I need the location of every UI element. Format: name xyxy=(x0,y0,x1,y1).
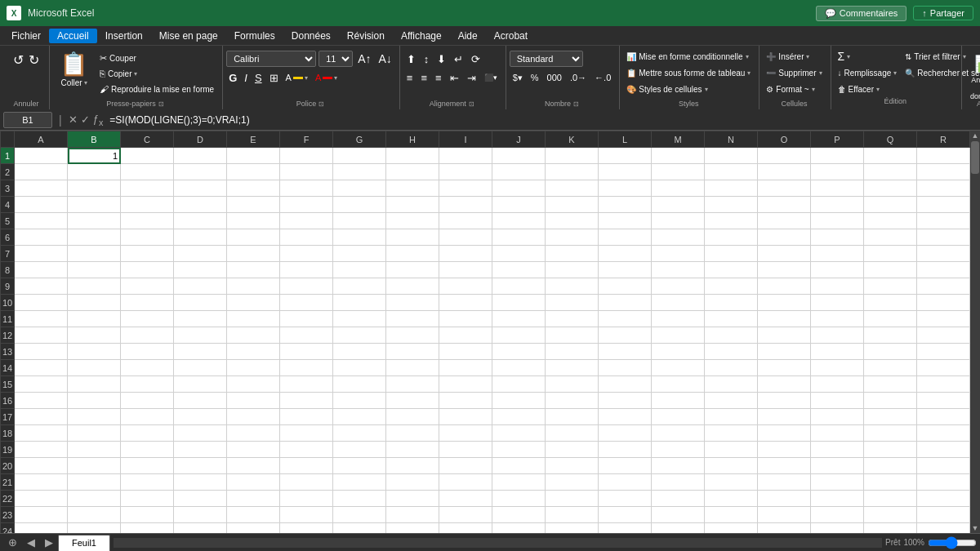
zoom-slider[interactable] xyxy=(928,536,977,549)
row-header-14[interactable]: 14 xyxy=(1,360,15,376)
cell-H5[interactable] xyxy=(386,213,439,229)
number-format-select[interactable]: Standard xyxy=(510,51,583,67)
cell-styles-button[interactable]: 🎨 Styles de cellules ▾ xyxy=(623,82,710,96)
cell-G1[interactable] xyxy=(333,148,386,164)
cell-N3[interactable] xyxy=(705,180,758,197)
cell-F6[interactable] xyxy=(280,229,333,246)
cell-P11[interactable] xyxy=(811,311,864,327)
cell-O2[interactable] xyxy=(758,164,811,180)
cell-C1[interactable] xyxy=(121,148,174,164)
menu-formules[interactable]: Formules xyxy=(226,29,283,43)
cell-O15[interactable] xyxy=(758,376,811,393)
cell-R13[interactable] xyxy=(917,344,970,360)
cell-O8[interactable] xyxy=(758,262,811,278)
cell-B16[interactable] xyxy=(68,393,121,409)
cell-N11[interactable] xyxy=(705,311,758,327)
cell-O14[interactable] xyxy=(758,360,811,376)
cancel-formula-button[interactable]: ✕ xyxy=(69,113,78,126)
cell-M15[interactable] xyxy=(652,376,705,393)
row-header-23[interactable]: 23 xyxy=(1,507,15,523)
cell-C2[interactable] xyxy=(121,164,174,180)
cell-I12[interactable] xyxy=(439,327,492,344)
cell-A17[interactable] xyxy=(15,409,68,425)
cell-F22[interactable] xyxy=(280,491,333,507)
cell-R22[interactable] xyxy=(917,491,970,507)
cell-R3[interactable] xyxy=(917,180,970,197)
cell-D7[interactable] xyxy=(174,246,227,262)
cell-P10[interactable] xyxy=(811,295,864,311)
cell-I7[interactable] xyxy=(439,246,492,262)
cell-J16[interactable] xyxy=(492,393,546,409)
cell-K11[interactable] xyxy=(546,311,599,327)
cell-Q8[interactable] xyxy=(864,262,917,278)
cell-I20[interactable] xyxy=(439,458,492,474)
horizontal-scrollbar[interactable] xyxy=(114,538,882,548)
orientation-button[interactable]: ⟳ xyxy=(468,51,483,67)
cell-R23[interactable] xyxy=(917,507,970,523)
cell-O22[interactable] xyxy=(758,491,811,507)
cell-O12[interactable] xyxy=(758,327,811,344)
cell-A8[interactable] xyxy=(15,262,68,278)
cell-I13[interactable] xyxy=(439,344,492,360)
cell-Q10[interactable] xyxy=(864,295,917,311)
increase-decimal-button[interactable]: .0→ xyxy=(567,69,590,86)
cell-A11[interactable] xyxy=(15,311,68,327)
col-header-q[interactable]: Q xyxy=(864,131,917,148)
align-middle-button[interactable]: ↕ xyxy=(421,51,433,67)
menu-affichage[interactable]: Affichage xyxy=(393,29,450,43)
cell-G14[interactable] xyxy=(333,360,386,376)
cell-I19[interactable] xyxy=(439,442,492,458)
cell-B23[interactable] xyxy=(68,507,121,523)
cell-J24[interactable] xyxy=(492,523,546,534)
cell-M12[interactable] xyxy=(652,327,705,344)
cell-P4[interactable] xyxy=(811,197,864,213)
redo-button[interactable]: ↻ xyxy=(27,51,41,69)
cell-M6[interactable] xyxy=(652,229,705,246)
cell-K16[interactable] xyxy=(546,393,599,409)
cell-B10[interactable] xyxy=(68,295,121,311)
menu-mise-en-page[interactable]: Mise en page xyxy=(151,29,226,43)
cell-L23[interactable] xyxy=(599,507,652,523)
cell-L24[interactable] xyxy=(599,523,652,534)
cell-N16[interactable] xyxy=(705,393,758,409)
font-size-select[interactable]: 11 xyxy=(318,51,353,67)
cell-H9[interactable] xyxy=(386,278,439,295)
cell-F20[interactable] xyxy=(280,458,333,474)
cell-D22[interactable] xyxy=(174,491,227,507)
cell-I23[interactable] xyxy=(439,507,492,523)
cell-O20[interactable] xyxy=(758,458,811,474)
cell-O16[interactable] xyxy=(758,393,811,409)
cell-B22[interactable] xyxy=(68,491,121,507)
cell-Q3[interactable] xyxy=(864,180,917,197)
cell-D18[interactable] xyxy=(174,425,227,442)
cell-K8[interactable] xyxy=(546,262,599,278)
cell-I21[interactable] xyxy=(439,474,492,491)
vertical-scrollbar[interactable]: ▲ ▼ xyxy=(970,131,980,533)
align-right-button[interactable]: ≡ xyxy=(432,69,445,86)
cell-P8[interactable] xyxy=(811,262,864,278)
cell-H20[interactable] xyxy=(386,458,439,474)
cell-P3[interactable] xyxy=(811,180,864,197)
bold-button[interactable]: G xyxy=(226,69,239,86)
cell-A1[interactable] xyxy=(15,148,68,164)
cell-G24[interactable] xyxy=(333,523,386,534)
cell-L5[interactable] xyxy=(599,213,652,229)
cell-K5[interactable] xyxy=(546,213,599,229)
cell-C18[interactable] xyxy=(121,425,174,442)
cell-E2[interactable] xyxy=(227,164,280,180)
cell-C24[interactable] xyxy=(121,523,174,534)
cell-P13[interactable] xyxy=(811,344,864,360)
cell-B24[interactable] xyxy=(68,523,121,534)
cell-J4[interactable] xyxy=(492,197,546,213)
cell-N5[interactable] xyxy=(705,213,758,229)
cell-A21[interactable] xyxy=(15,474,68,491)
cell-J5[interactable] xyxy=(492,213,546,229)
cell-J8[interactable] xyxy=(492,262,546,278)
row-header-10[interactable]: 10 xyxy=(1,295,15,311)
cell-L1[interactable] xyxy=(599,148,652,164)
col-header-i[interactable]: I xyxy=(439,131,492,148)
cell-H4[interactable] xyxy=(386,197,439,213)
scroll-up-arrow[interactable]: ▲ xyxy=(970,131,980,140)
cell-J20[interactable] xyxy=(492,458,546,474)
cell-A3[interactable] xyxy=(15,180,68,197)
